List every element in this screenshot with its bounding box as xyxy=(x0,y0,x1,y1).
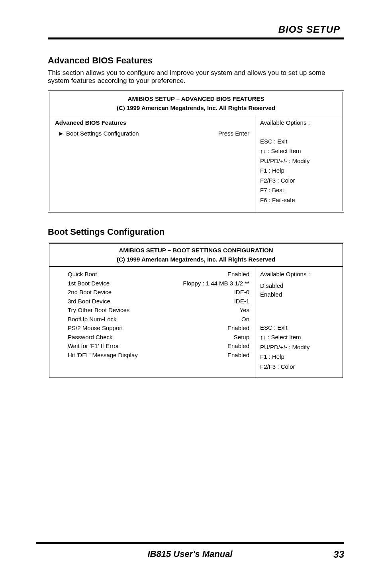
bios-options: Quick BootEnabled 1st Boot DeviceFloppy … xyxy=(55,270,249,360)
bios-option-row[interactable]: 1st Boot DeviceFloppy : 1.44 MB 3 1/2 ** xyxy=(68,279,249,288)
page: BIOS SETUP Advanced BIOS Features This s… xyxy=(0,0,380,588)
help-line: ESC : Exit xyxy=(260,137,338,146)
option-value: Enabled xyxy=(227,324,249,333)
help-line: PU/PD/+/- : Modify xyxy=(260,157,338,166)
option-label: Quick Boot xyxy=(68,270,227,279)
option-value: Enabled xyxy=(227,342,249,351)
bios-body: Advanced BIOS Features ► Boot Settings C… xyxy=(49,115,343,211)
help-option: Disabled xyxy=(260,281,338,291)
option-label: Try Other Boot Devices xyxy=(68,306,240,315)
bios-box-boot-settings: AMIBIOS SETUP – BOOT SETTINGS CONFIGURAT… xyxy=(48,242,344,379)
help-line: ↑↓ : Select Item xyxy=(260,333,338,342)
bios-option-row[interactable]: BootUp Num-LockOn xyxy=(68,315,249,324)
help-line: F6 : Fail-safe xyxy=(260,196,338,205)
option-label: BootUp Num-Lock xyxy=(68,315,241,324)
bios-title-line2: (C) 1999 American Megatrends, Inc. All R… xyxy=(53,255,339,264)
bios-option-row[interactable]: Quick BootEnabled xyxy=(68,270,249,279)
second-heading: Boot Settings Configuration xyxy=(48,227,344,237)
bios-option-row[interactable]: Hit 'DEL' Message DisplayEnabled xyxy=(68,351,249,360)
option-value: Enabled xyxy=(227,351,249,360)
spacer xyxy=(260,130,338,137)
option-label: Password Check xyxy=(68,333,234,342)
bios-box-advanced: AMIBIOS SETUP – ADVANCED BIOS FEATURES (… xyxy=(48,90,344,212)
footer-manual-title: IB815 User's Manual xyxy=(36,549,344,559)
bios-title-line1: AMIBIOS SETUP – ADVANCED BIOS FEATURES xyxy=(53,94,339,104)
bios-option-row[interactable]: PS/2 Mouse SupportEnabled xyxy=(68,324,249,333)
bios-option-row[interactable]: Try Other Boot DevicesYes xyxy=(68,306,249,315)
option-label: 2nd Boot Device xyxy=(68,288,234,297)
option-label: Wait for 'F1' If Error xyxy=(68,342,227,351)
bios-option-row[interactable]: 3rd Boot DeviceIDE-1 xyxy=(68,297,249,306)
option-value: Yes xyxy=(240,306,249,315)
footer: IB815 User's Manual 33 xyxy=(36,549,344,560)
option-label: Hit 'DEL' Message Display xyxy=(68,351,227,360)
bios-help-panel: Available Options : Disabled Enabled ESC… xyxy=(255,267,343,378)
option-label: PS/2 Mouse Support xyxy=(68,324,227,333)
section-description: This section allows you to configure and… xyxy=(48,69,344,85)
bios-option-row[interactable]: ► Boot Settings Configuration Press Ente… xyxy=(58,129,249,138)
help-line: ↑↓ : Select Item xyxy=(260,147,338,156)
option-label: 3rd Boot Device xyxy=(68,297,234,306)
help-line: F1 : Help xyxy=(260,352,338,362)
bios-option-row[interactable]: Wait for 'F1' If ErrorEnabled xyxy=(68,342,249,351)
section-heading: Advanced BIOS Features xyxy=(48,55,344,66)
option-value: IDE-1 xyxy=(234,297,249,306)
bios-left-panel: Quick BootEnabled 1st Boot DeviceFloppy … xyxy=(49,267,255,378)
bios-left-subtitle: Advanced BIOS Features xyxy=(55,118,249,128)
bios-options: ► Boot Settings Configuration Press Ente… xyxy=(55,129,249,138)
help-option: Enabled xyxy=(260,290,338,299)
bios-option-row[interactable]: Password CheckSetup xyxy=(68,333,249,342)
help-line: F2/F3 : Color xyxy=(260,176,338,185)
header-rule xyxy=(48,37,344,39)
triangle-right-icon: ► xyxy=(58,129,66,138)
help-line: F1 : Help xyxy=(260,166,338,175)
option-value: Press Enter xyxy=(218,129,249,138)
option-value: IDE-0 xyxy=(234,288,249,297)
bios-box-title: AMIBIOS SETUP – ADVANCED BIOS FEATURES (… xyxy=(49,92,343,115)
header-title: BIOS SETUP xyxy=(278,24,340,35)
footer-rule xyxy=(36,542,344,544)
bios-left-panel: Advanced BIOS Features ► Boot Settings C… xyxy=(49,115,255,211)
option-value: Enabled xyxy=(227,270,249,279)
bios-option-row[interactable]: 2nd Boot DeviceIDE-0 xyxy=(68,288,249,297)
bios-help-panel: Available Options : ESC : Exit ↑↓ : Sele… xyxy=(255,115,343,211)
spacer xyxy=(260,299,338,323)
option-value: Floppy : 1.44 MB 3 1/2 ** xyxy=(183,279,249,288)
help-line: ESC : Exit xyxy=(260,323,338,332)
help-title: Available Options : xyxy=(260,270,338,279)
page-header: BIOS SETUP xyxy=(48,24,344,35)
help-line: PU/PD/+/- : Modify xyxy=(260,343,338,352)
option-label: 1st Boot Device xyxy=(68,279,183,288)
footer-page-number: 33 xyxy=(333,549,344,560)
option-value: Setup xyxy=(234,333,249,342)
help-line: F7 : Best xyxy=(260,186,338,195)
bios-title-line2: (C) 1999 American Megatrends, Inc. All R… xyxy=(53,104,339,113)
bios-title-line1: AMIBIOS SETUP – BOOT SETTINGS CONFIGURAT… xyxy=(53,246,339,255)
help-line: F2/F3 : Color xyxy=(260,362,338,372)
option-label: Boot Settings Configuration xyxy=(66,129,218,138)
bios-box-title: AMIBIOS SETUP – BOOT SETTINGS CONFIGURAT… xyxy=(49,244,343,267)
bios-body: Quick BootEnabled 1st Boot DeviceFloppy … xyxy=(49,267,343,378)
help-list: ESC : Exit ↑↓ : Select Item PU/PD/+/- : … xyxy=(260,323,338,372)
help-list: ESC : Exit ↑↓ : Select Item PU/PD/+/- : … xyxy=(260,137,338,205)
option-value: On xyxy=(241,315,249,324)
help-title: Available Options : xyxy=(260,118,338,128)
